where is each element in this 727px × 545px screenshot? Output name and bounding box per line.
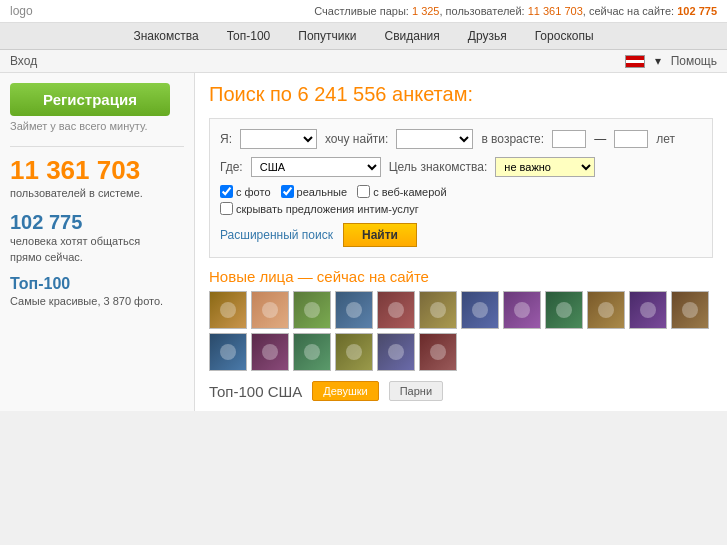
face-thumb-18[interactable] [419,333,457,371]
main-content: Регистрация Займет у вас всего минуту. 1… [0,73,727,411]
content-area: Поиск по 6 241 556 анкетам: Я: мужчина ж… [195,73,727,411]
search-box: Я: мужчина женщина хочу найти: женщину м… [209,118,713,258]
top100-sidebar-link[interactable]: Топ-100 [10,275,184,293]
checkbox-hide-text: скрывать предложения интим-услуг [236,203,419,215]
age-from-input[interactable] [552,130,586,148]
checkbox-webcam[interactable] [357,185,370,198]
face-thumb-1[interactable] [209,291,247,329]
face-thumb-13[interactable] [209,333,247,371]
checkbox-photo-text: с фото [236,186,271,198]
advanced-search-link[interactable]: Расширенный поиск [220,228,333,242]
online-desc-2: прямо сейчас. [10,251,83,263]
top100-sidebar-desc: Самые красивые, 3 870 фото. [10,295,184,307]
face-thumb-7[interactable] [461,291,499,329]
nav-item-druzya[interactable]: Друзья [464,27,511,45]
select-want[interactable]: женщину мужчину [396,129,473,149]
face-thumb-5[interactable] [377,291,415,329]
checkbox-webcam-text: с веб-камерой [373,186,446,198]
nav-item-top100[interactable]: Топ-100 [223,27,275,45]
face-thumb-4[interactable] [335,291,373,329]
sub-bar: Вход ▾ Помощь [0,50,727,73]
label-want: хочу найти: [325,132,388,146]
face-thumb-11[interactable] [629,291,667,329]
users-count-link[interactable]: 11 361 703 [528,5,583,17]
online-count-link[interactable]: 102 775 [677,5,717,17]
help-link[interactable]: Помощь [671,54,717,68]
sidebar: Регистрация Займет у вас всего минуту. 1… [0,73,195,411]
faces-row [209,291,713,371]
reg-subtitle: Займет у вас всего минуту. [10,120,184,132]
find-button[interactable]: Найти [343,223,417,247]
top100-label: Топ-100 США [209,383,302,400]
label-age: в возрасте: [481,132,544,146]
select-i[interactable]: мужчина женщина [240,129,317,149]
stats-label: Счастливые пары: [314,5,409,17]
face-thumb-14[interactable] [251,333,289,371]
age-suffix: лет [656,132,675,146]
divider-1 [10,146,184,147]
top100-row: Топ-100 США Девушки Парни [209,381,713,401]
label-purpose: Цель знакомства: [389,160,488,174]
age-dash: — [594,132,606,146]
face-thumb-16[interactable] [335,333,373,371]
login-link[interactable]: Вход [10,54,37,68]
face-thumb-9[interactable] [545,291,583,329]
nav-item-poputchiki[interactable]: Попутчики [294,27,360,45]
users-count-label: пользователей в системе. [10,186,184,201]
select-where[interactable]: США [251,157,381,177]
nav-item-svidaniya[interactable]: Свидания [381,27,444,45]
label-where: Где: [220,160,243,174]
tab-guys-button[interactable]: Парни [389,381,443,401]
online-count-big-link[interactable]: 102 775 [10,211,184,234]
flag-arrow: ▾ [655,54,661,68]
register-button[interactable]: Регистрация [10,83,170,116]
face-thumb-15[interactable] [293,333,331,371]
label-i: Я: [220,132,232,146]
nav-item-znakomstva[interactable]: Знакомства [129,27,202,45]
face-thumb-12[interactable] [671,291,709,329]
logo-link[interactable]: logo [10,4,33,18]
checkbox-photo[interactable] [220,185,233,198]
checkbox-real[interactable] [281,185,294,198]
checkbox-webcam-label[interactable]: с веб-камерой [357,185,446,198]
users-label: пользователей: [446,5,525,17]
age-to-input[interactable] [614,130,648,148]
checkbox-real-label[interactable]: реальные [281,185,348,198]
search-actions: Расширенный поиск Найти [220,223,702,247]
search-row-1: Я: мужчина женщина хочу найти: женщину м… [220,129,702,149]
face-thumb-2[interactable] [251,291,289,329]
face-thumb-17[interactable] [377,333,415,371]
face-thumb-3[interactable] [293,291,331,329]
online-desc-1: человека хотят общаться [10,235,140,247]
face-thumb-8[interactable] [503,291,541,329]
lang-help: ▾ Помощь [625,54,717,68]
new-faces-title: Новые лица — сейчас на сайте [209,268,713,285]
header-stats: Счастливые пары: 1 325, пользователей: 1… [314,5,717,17]
tab-girls-button[interactable]: Девушки [312,381,378,401]
face-thumb-10[interactable] [587,291,625,329]
face-thumb-6[interactable] [419,291,457,329]
checkboxes-row-1: с фото реальные с веб-камерой [220,185,702,198]
checkbox-photo-label[interactable]: с фото [220,185,271,198]
select-purpose[interactable]: не важно общение дружба отношения флирт [495,157,595,177]
pairs-count-link[interactable]: 1 325 [412,5,440,17]
checkbox-hide[interactable] [220,202,233,215]
logo-text: logo [10,4,33,18]
search-title: Поиск по 6 241 556 анкетам: [209,83,713,106]
nav-bar: Знакомства Топ-100 Попутчики Свидания Др… [0,23,727,50]
online-desc: человека хотят общаться прямо сейчас. [10,234,184,265]
nav-item-goroskopy[interactable]: Гороскопы [531,27,598,45]
users-count-big: 11 361 703 [10,155,184,186]
flag-icon[interactable] [625,55,645,68]
online-label: сейчас на сайте: [589,5,674,17]
header-top: logo Счастливые пары: 1 325, пользовател… [0,0,727,23]
checkbox-hide-label[interactable]: скрывать предложения интим-услуг [220,202,419,215]
checkboxes-row-2: скрывать предложения интим-услуг [220,202,702,215]
checkbox-real-text: реальные [297,186,348,198]
search-row-2: Где: США Цель знакомства: не важно общен… [220,157,702,177]
